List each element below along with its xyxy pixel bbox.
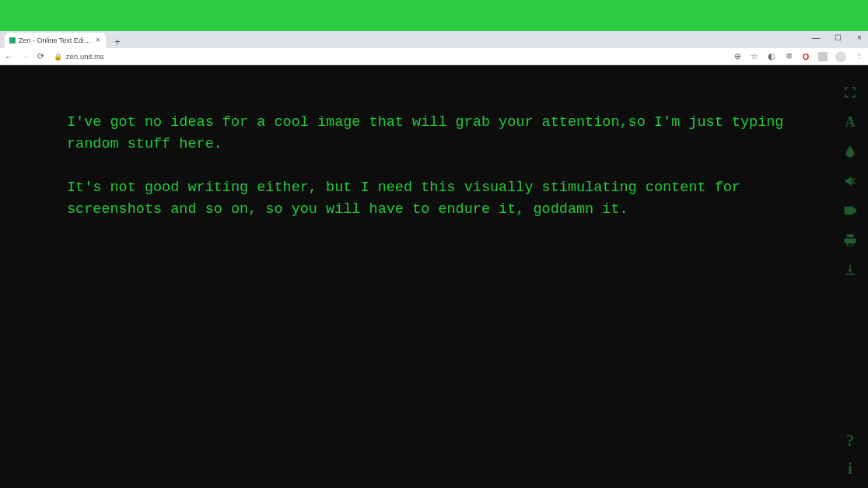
print-button[interactable] bbox=[842, 232, 859, 249]
help-button[interactable]: ? bbox=[842, 432, 859, 449]
minimize-icon[interactable]: — bbox=[810, 33, 821, 42]
browser-toolbar: ← → ⟳ 🔒 zen.unit.ms ⊕ ☆ ◐ ✲ O ⋮ bbox=[0, 48, 868, 65]
video-button[interactable] bbox=[842, 202, 859, 219]
download-icon bbox=[843, 263, 857, 277]
address-url: zen.unit.ms bbox=[66, 52, 104, 61]
font-button[interactable]: A bbox=[842, 113, 859, 131]
browser-tab[interactable]: Zen - Online Text Editor × bbox=[5, 33, 106, 48]
font-icon: A bbox=[845, 114, 856, 131]
forward-icon[interactable]: → bbox=[21, 52, 30, 61]
back-icon[interactable]: ← bbox=[5, 52, 13, 61]
close-window-icon[interactable]: × bbox=[854, 33, 865, 42]
lock-icon: 🔒 bbox=[54, 53, 62, 61]
tab-title: Zen - Online Text Editor bbox=[19, 37, 92, 44]
fullscreen-button[interactable] bbox=[842, 84, 859, 101]
new-tab-button[interactable]: + bbox=[110, 34, 124, 48]
fullscreen-icon bbox=[843, 85, 857, 99]
opera-icon[interactable]: O bbox=[801, 52, 810, 61]
reload-icon[interactable]: ⟳ bbox=[37, 51, 44, 61]
theme-button[interactable] bbox=[842, 143, 859, 160]
theme-drop-icon bbox=[843, 145, 857, 159]
kebab-menu-icon[interactable]: ⋮ bbox=[854, 51, 863, 61]
favicon-icon bbox=[9, 37, 16, 44]
print-icon bbox=[843, 233, 857, 247]
help-icon: ? bbox=[846, 432, 854, 450]
maximize-icon[interactable]: ☐ bbox=[832, 33, 843, 42]
download-button[interactable] bbox=[842, 261, 859, 278]
close-tab-icon[interactable]: × bbox=[95, 37, 101, 44]
editor-paragraph-1: I've got no ideas for a cool image that … bbox=[67, 114, 793, 152]
extension-icon-2[interactable]: ✲ bbox=[784, 51, 793, 61]
info-icon: i bbox=[848, 460, 852, 478]
sound-icon bbox=[843, 174, 857, 188]
zoom-icon[interactable]: ⊕ bbox=[733, 51, 742, 61]
text-editor[interactable]: I've got no ideas for a cool image that … bbox=[67, 112, 801, 221]
extension-icon-1[interactable]: ◐ bbox=[767, 51, 776, 61]
separator bbox=[818, 52, 828, 61]
page-content: I've got no ideas for a cool image that … bbox=[0, 65, 868, 488]
bottom-toolbar: ? i bbox=[842, 432, 859, 477]
tab-strip: Zen - Online Text Editor × + — ☐ × bbox=[0, 31, 868, 48]
video-icon bbox=[843, 204, 857, 218]
bookmark-icon[interactable]: ☆ bbox=[750, 51, 759, 61]
info-button[interactable]: i bbox=[842, 460, 859, 477]
address-bar[interactable]: 🔒 zen.unit.ms bbox=[51, 52, 726, 61]
window-controls: — ☐ × bbox=[810, 33, 865, 42]
side-toolbar: A bbox=[842, 84, 859, 278]
nav-buttons: ← → ⟳ bbox=[5, 51, 44, 61]
editor-paragraph-2: It's not good writing either, but I need… bbox=[67, 180, 749, 218]
browser-window: Zen - Online Text Editor × + — ☐ × ← → ⟳… bbox=[0, 31, 868, 65]
desktop-background-strip bbox=[0, 0, 868, 31]
sound-button[interactable] bbox=[842, 173, 859, 190]
profile-avatar-icon[interactable] bbox=[835, 51, 846, 62]
toolbar-right: ⊕ ☆ ◐ ✲ O ⋮ bbox=[733, 51, 863, 62]
